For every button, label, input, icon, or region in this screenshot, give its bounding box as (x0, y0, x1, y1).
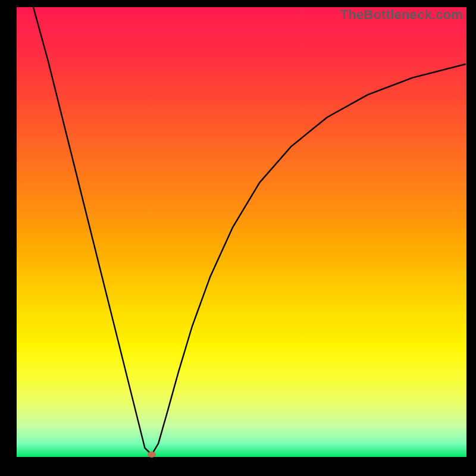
chart-frame: TheBottleneck.com (0, 0, 476, 476)
curve-svg (17, 7, 466, 457)
curve-right-branch (152, 64, 465, 455)
minimum-marker (148, 452, 156, 458)
plot-area: TheBottleneck.com (17, 7, 466, 457)
curve-left-branch (33, 7, 152, 455)
